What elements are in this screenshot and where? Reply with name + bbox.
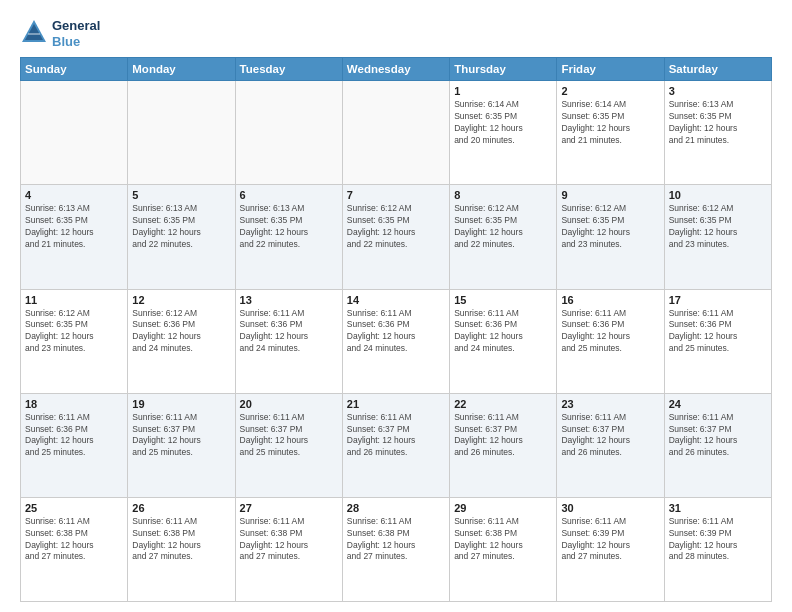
day-info: Sunrise: 6:11 AM Sunset: 6:38 PM Dayligh… (454, 516, 552, 564)
day-number: 27 (240, 502, 338, 514)
calendar-cell: 10Sunrise: 6:12 AM Sunset: 6:35 PM Dayli… (664, 185, 771, 289)
day-info: Sunrise: 6:14 AM Sunset: 6:35 PM Dayligh… (561, 99, 659, 147)
calendar-cell (342, 81, 449, 185)
calendar-cell: 26Sunrise: 6:11 AM Sunset: 6:38 PM Dayli… (128, 497, 235, 601)
day-info: Sunrise: 6:11 AM Sunset: 6:38 PM Dayligh… (25, 516, 123, 564)
day-number: 28 (347, 502, 445, 514)
page: General Blue SundayMondayTuesdayWednesda… (0, 0, 792, 612)
day-info: Sunrise: 6:12 AM Sunset: 6:35 PM Dayligh… (347, 203, 445, 251)
calendar-cell: 8Sunrise: 6:12 AM Sunset: 6:35 PM Daylig… (450, 185, 557, 289)
calendar-cell: 31Sunrise: 6:11 AM Sunset: 6:39 PM Dayli… (664, 497, 771, 601)
day-number: 16 (561, 294, 659, 306)
calendar-cell: 4Sunrise: 6:13 AM Sunset: 6:35 PM Daylig… (21, 185, 128, 289)
day-number: 19 (132, 398, 230, 410)
day-info: Sunrise: 6:13 AM Sunset: 6:35 PM Dayligh… (132, 203, 230, 251)
day-info: Sunrise: 6:11 AM Sunset: 6:39 PM Dayligh… (669, 516, 767, 564)
day-header-sunday: Sunday (21, 58, 128, 81)
day-number: 22 (454, 398, 552, 410)
calendar-cell: 16Sunrise: 6:11 AM Sunset: 6:36 PM Dayli… (557, 289, 664, 393)
calendar-cell: 5Sunrise: 6:13 AM Sunset: 6:35 PM Daylig… (128, 185, 235, 289)
day-number: 13 (240, 294, 338, 306)
calendar-cell: 27Sunrise: 6:11 AM Sunset: 6:38 PM Dayli… (235, 497, 342, 601)
day-header-friday: Friday (557, 58, 664, 81)
calendar-cell: 24Sunrise: 6:11 AM Sunset: 6:37 PM Dayli… (664, 393, 771, 497)
day-info: Sunrise: 6:11 AM Sunset: 6:36 PM Dayligh… (561, 308, 659, 356)
day-info: Sunrise: 6:12 AM Sunset: 6:35 PM Dayligh… (561, 203, 659, 251)
calendar-cell: 20Sunrise: 6:11 AM Sunset: 6:37 PM Dayli… (235, 393, 342, 497)
calendar-week-row: 11Sunrise: 6:12 AM Sunset: 6:35 PM Dayli… (21, 289, 772, 393)
calendar-cell: 12Sunrise: 6:12 AM Sunset: 6:36 PM Dayli… (128, 289, 235, 393)
calendar-cell: 15Sunrise: 6:11 AM Sunset: 6:36 PM Dayli… (450, 289, 557, 393)
day-info: Sunrise: 6:14 AM Sunset: 6:35 PM Dayligh… (454, 99, 552, 147)
day-number: 29 (454, 502, 552, 514)
calendar-header-row: SundayMondayTuesdayWednesdayThursdayFrid… (21, 58, 772, 81)
day-number: 15 (454, 294, 552, 306)
calendar-table: SundayMondayTuesdayWednesdayThursdayFrid… (20, 57, 772, 602)
calendar-week-row: 25Sunrise: 6:11 AM Sunset: 6:38 PM Dayli… (21, 497, 772, 601)
day-info: Sunrise: 6:11 AM Sunset: 6:36 PM Dayligh… (240, 308, 338, 356)
calendar-cell: 17Sunrise: 6:11 AM Sunset: 6:36 PM Dayli… (664, 289, 771, 393)
day-header-tuesday: Tuesday (235, 58, 342, 81)
day-info: Sunrise: 6:11 AM Sunset: 6:36 PM Dayligh… (347, 308, 445, 356)
calendar-cell: 30Sunrise: 6:11 AM Sunset: 6:39 PM Dayli… (557, 497, 664, 601)
day-info: Sunrise: 6:12 AM Sunset: 6:35 PM Dayligh… (669, 203, 767, 251)
day-info: Sunrise: 6:11 AM Sunset: 6:38 PM Dayligh… (132, 516, 230, 564)
day-number: 5 (132, 189, 230, 201)
day-info: Sunrise: 6:11 AM Sunset: 6:36 PM Dayligh… (669, 308, 767, 356)
day-info: Sunrise: 6:11 AM Sunset: 6:37 PM Dayligh… (669, 412, 767, 460)
calendar-cell: 14Sunrise: 6:11 AM Sunset: 6:36 PM Dayli… (342, 289, 449, 393)
day-header-monday: Monday (128, 58, 235, 81)
day-number: 12 (132, 294, 230, 306)
day-number: 9 (561, 189, 659, 201)
day-info: Sunrise: 6:11 AM Sunset: 6:37 PM Dayligh… (132, 412, 230, 460)
day-number: 6 (240, 189, 338, 201)
calendar-cell: 25Sunrise: 6:11 AM Sunset: 6:38 PM Dayli… (21, 497, 128, 601)
day-info: Sunrise: 6:11 AM Sunset: 6:38 PM Dayligh… (347, 516, 445, 564)
day-header-thursday: Thursday (450, 58, 557, 81)
day-number: 25 (25, 502, 123, 514)
day-info: Sunrise: 6:11 AM Sunset: 6:36 PM Dayligh… (454, 308, 552, 356)
day-header-saturday: Saturday (664, 58, 771, 81)
logo-icon (20, 18, 48, 46)
day-number: 23 (561, 398, 659, 410)
calendar-cell (21, 81, 128, 185)
day-number: 7 (347, 189, 445, 201)
calendar-cell: 23Sunrise: 6:11 AM Sunset: 6:37 PM Dayli… (557, 393, 664, 497)
calendar-cell: 19Sunrise: 6:11 AM Sunset: 6:37 PM Dayli… (128, 393, 235, 497)
svg-rect-2 (28, 33, 40, 35)
day-number: 11 (25, 294, 123, 306)
day-number: 14 (347, 294, 445, 306)
day-info: Sunrise: 6:13 AM Sunset: 6:35 PM Dayligh… (25, 203, 123, 251)
calendar-cell: 18Sunrise: 6:11 AM Sunset: 6:36 PM Dayli… (21, 393, 128, 497)
day-number: 17 (669, 294, 767, 306)
calendar-cell: 2Sunrise: 6:14 AM Sunset: 6:35 PM Daylig… (557, 81, 664, 185)
day-number: 20 (240, 398, 338, 410)
day-number: 8 (454, 189, 552, 201)
logo-text: General Blue (52, 18, 100, 49)
calendar-cell: 1Sunrise: 6:14 AM Sunset: 6:35 PM Daylig… (450, 81, 557, 185)
day-number: 21 (347, 398, 445, 410)
day-info: Sunrise: 6:11 AM Sunset: 6:38 PM Dayligh… (240, 516, 338, 564)
calendar-cell: 11Sunrise: 6:12 AM Sunset: 6:35 PM Dayli… (21, 289, 128, 393)
day-number: 1 (454, 85, 552, 97)
day-number: 18 (25, 398, 123, 410)
calendar-cell: 22Sunrise: 6:11 AM Sunset: 6:37 PM Dayli… (450, 393, 557, 497)
day-number: 31 (669, 502, 767, 514)
header: General Blue (20, 18, 772, 49)
calendar-cell: 6Sunrise: 6:13 AM Sunset: 6:35 PM Daylig… (235, 185, 342, 289)
day-info: Sunrise: 6:12 AM Sunset: 6:35 PM Dayligh… (454, 203, 552, 251)
calendar-cell: 13Sunrise: 6:11 AM Sunset: 6:36 PM Dayli… (235, 289, 342, 393)
logo: General Blue (20, 18, 100, 49)
day-info: Sunrise: 6:13 AM Sunset: 6:35 PM Dayligh… (240, 203, 338, 251)
day-info: Sunrise: 6:11 AM Sunset: 6:36 PM Dayligh… (25, 412, 123, 460)
day-number: 24 (669, 398, 767, 410)
day-number: 10 (669, 189, 767, 201)
day-info: Sunrise: 6:13 AM Sunset: 6:35 PM Dayligh… (669, 99, 767, 147)
day-number: 2 (561, 85, 659, 97)
day-number: 3 (669, 85, 767, 97)
calendar-week-row: 4Sunrise: 6:13 AM Sunset: 6:35 PM Daylig… (21, 185, 772, 289)
calendar-cell: 9Sunrise: 6:12 AM Sunset: 6:35 PM Daylig… (557, 185, 664, 289)
calendar-week-row: 18Sunrise: 6:11 AM Sunset: 6:36 PM Dayli… (21, 393, 772, 497)
calendar-cell: 29Sunrise: 6:11 AM Sunset: 6:38 PM Dayli… (450, 497, 557, 601)
calendar-cell: 3Sunrise: 6:13 AM Sunset: 6:35 PM Daylig… (664, 81, 771, 185)
